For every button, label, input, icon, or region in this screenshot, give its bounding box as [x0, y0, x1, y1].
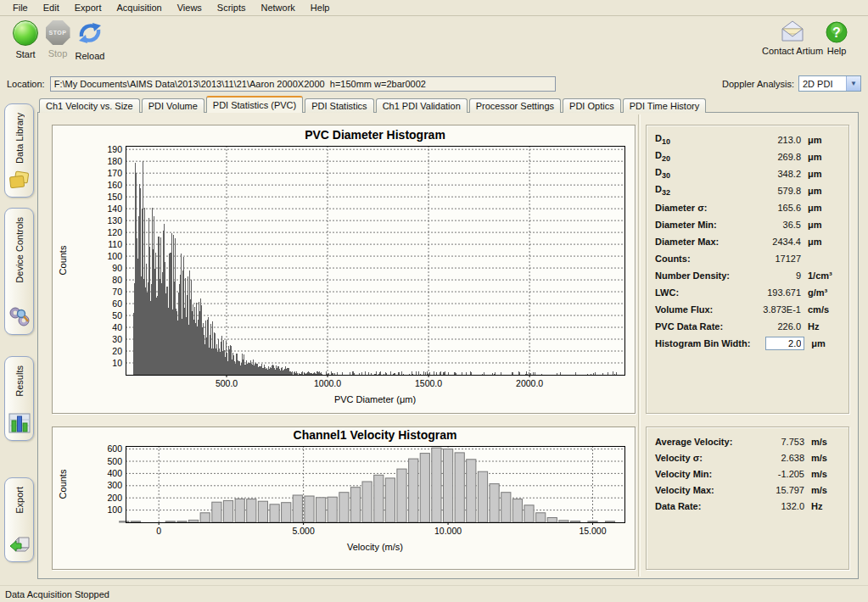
svg-text:10.000: 10.000 [434, 526, 462, 536]
sidebar-item-export[interactable]: Export [4, 477, 34, 562]
menu-item-file[interactable]: File [5, 1, 36, 14]
stat-label: D32 [655, 184, 747, 197]
location-input[interactable] [50, 76, 556, 92]
stat-label: Histogram Bin Width: [655, 338, 750, 348]
svg-text:600: 600 [107, 443, 122, 454]
stat-unit: μm [801, 237, 840, 247]
svg-text:10: 10 [112, 358, 122, 368]
menu-bar: FileEditExportAcquisitionViewsScriptsNet… [0, 0, 868, 16]
svg-text:100: 100 [107, 504, 122, 515]
menu-item-export[interactable]: Export [67, 1, 109, 14]
stat-unit: μm [801, 135, 840, 145]
svg-text:5.000: 5.000 [292, 526, 314, 536]
stat-unit: m/s [804, 453, 840, 463]
start-icon [13, 20, 38, 46]
stat-label: Data Rate: [655, 501, 755, 511]
reload-button[interactable]: Reload [70, 20, 110, 61]
stat-value: 2434.4 [747, 237, 801, 247]
sidebar-item-results[interactable]: Results [4, 356, 34, 441]
folder-icon [8, 170, 31, 192]
tab-pdi-volume[interactable]: PDI Volume [142, 98, 204, 113]
stat-label: D20 [655, 150, 747, 163]
diameter-stats-panel: D10213.0μmD20269.8μmD30348.2μmD32579.8μm… [646, 125, 849, 414]
svg-text:0: 0 [156, 526, 161, 536]
stat-row-d10: D10213.0μm [655, 131, 840, 148]
svg-text:PVC Diameter (μm): PVC Diameter (μm) [334, 394, 416, 404]
stat-label: D30 [655, 167, 747, 180]
contact-artium-button[interactable]: Contact Artium [762, 20, 823, 56]
stat-label: Diameter Min: [655, 220, 747, 230]
tab-ch1-pdi-validation[interactable]: Ch1 PDI Validation [376, 98, 468, 113]
tab-pdi-statistics-pvc[interactable]: PDI Statistics (PVC) [206, 96, 303, 113]
stat-value: 3.873E-1 [747, 304, 801, 315]
stat-value: 226.0 [747, 321, 801, 332]
stat-row-d30: D30348.2μm [655, 165, 840, 182]
svg-text:40: 40 [112, 322, 122, 332]
tab-processor-settings[interactable]: Processor Settings [469, 98, 561, 113]
doppler-analysis-select[interactable]: 2D PDI ▼ [798, 75, 861, 92]
stat-unit: μm [801, 220, 840, 230]
tab-pdi-optics[interactable]: PDI Optics [563, 98, 621, 113]
svg-text:130: 130 [107, 215, 122, 226]
stat-value: 579.8 [747, 186, 801, 196]
svg-text:1500.0: 1500.0 [415, 378, 442, 388]
doppler-analysis-label: Doppler Analysis: [722, 79, 794, 89]
help-label: Help [827, 46, 847, 56]
chevron-down-icon[interactable]: ▼ [846, 76, 860, 91]
svg-text:150: 150 [107, 192, 122, 202]
stat-label: D10 [655, 133, 747, 146]
stat-row-volume-flux: Volume Flux:3.873E-1cm/s [655, 301, 840, 318]
menu-item-views[interactable]: Views [170, 1, 210, 14]
svg-text:PVC Diameter Histogram: PVC Diameter Histogram [305, 128, 445, 142]
stat-unit: Hz [801, 321, 840, 332]
menu-item-scripts[interactable]: Scripts [210, 1, 254, 14]
histogram-bin-width-input[interactable] [765, 337, 804, 350]
stop-label: Stop [48, 48, 68, 59]
menu-item-acquisition[interactable]: Acquisition [109, 1, 170, 14]
tab-ch1-velocity-vs-size[interactable]: Ch1 Velocity vs. Size [39, 98, 140, 113]
doppler-analysis-value: 2D PDI [799, 79, 846, 89]
svg-text:20: 20 [112, 346, 122, 356]
stat-unit: Hz [804, 501, 840, 511]
stat-row-velocity-max: Velocity Max:15.797m/s [655, 482, 840, 498]
location-label: Location: [7, 79, 45, 89]
stat-unit: 1/cm³ [801, 270, 840, 281]
svg-text:50: 50 [112, 310, 122, 321]
menu-item-network[interactable]: Network [253, 1, 302, 14]
menu-item-edit[interactable]: Edit [36, 1, 67, 14]
stat-label: Average Velocity: [655, 437, 755, 447]
splitter[interactable] [638, 114, 641, 577]
velocity-histogram-chart: Channel1 Velocity Histogram1002003004005… [53, 427, 635, 570]
svg-text:190: 190 [107, 144, 122, 154]
svg-text:90: 90 [112, 263, 122, 273]
stat-value: -1.205 [755, 469, 804, 479]
stat-unit: cm/s [801, 304, 840, 315]
stat-unit: m/s [804, 485, 840, 495]
export-icon [8, 534, 31, 556]
stat-label: Diameter σ: [655, 203, 747, 213]
svg-text:140: 140 [107, 203, 122, 214]
page-body: PVC Diameter Histogram102030405060708090… [37, 112, 859, 579]
tab-pdi-time-history[interactable]: PDI Time History [623, 98, 707, 113]
main-area: Data Library Device Controls [0, 96, 868, 585]
stat-value: 348.2 [747, 169, 801, 179]
svg-text:Channel1 Velocity Histogram: Channel1 Velocity Histogram [294, 428, 457, 442]
tab-page: Ch1 Velocity vs. SizePDI VolumePDI Stati… [37, 96, 860, 584]
svg-text:80: 80 [112, 275, 122, 285]
stop-icon: STOP [46, 20, 70, 45]
stat-unit: μm [801, 186, 840, 196]
sidebar-item-device-controls[interactable]: Device Controls [4, 208, 34, 335]
help-button[interactable]: ? Help [825, 20, 848, 56]
sidebar-item-data-library[interactable]: Data Library [4, 103, 34, 198]
stat-value: 17127 [747, 254, 801, 264]
menu-item-help[interactable]: Help [303, 1, 338, 14]
stat-label: PVC Data Rate: [655, 321, 747, 332]
svg-text:120: 120 [107, 227, 122, 237]
pvc-histogram-panel: PVC Diameter Histogram102030405060708090… [52, 125, 636, 414]
stat-label: Velocity σ: [655, 453, 755, 463]
stat-value: 9 [747, 270, 801, 281]
pvc-histogram-chart: PVC Diameter Histogram102030405060708090… [53, 125, 635, 414]
svg-text:110: 110 [108, 239, 122, 249]
tab-pdi-statistics[interactable]: PDI Statistics [305, 98, 373, 113]
app-window: FileEditExportAcquisitionViewsScriptsNet… [0, 0, 868, 602]
